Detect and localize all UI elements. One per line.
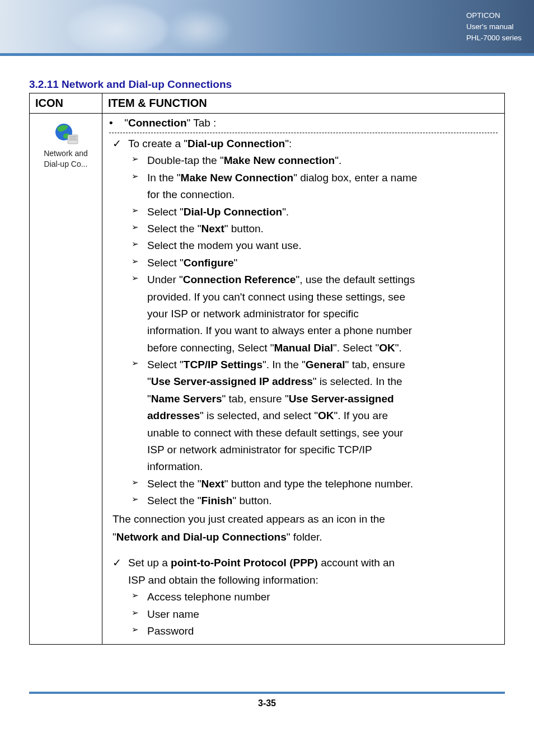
t: OK <box>318 410 334 421</box>
arrow-icon: ➢ <box>132 476 147 492</box>
t: Make New Connection <box>181 172 294 184</box>
cont-line: information. If you want to always enter… <box>110 322 496 339</box>
arrow-icon: ➢ <box>132 237 147 254</box>
t: Make New connection <box>224 154 335 166</box>
arrow-icon: ➢ <box>132 492 147 509</box>
arrow-item: ➢Select the "Finish" button. <box>110 492 496 509</box>
arrow-icon: ➢ <box>132 606 147 623</box>
t: ": <box>285 138 292 149</box>
t: " is selected, and select " <box>200 410 318 421</box>
t: Access telephone number <box>147 589 270 605</box>
arrow-item: ➢Password <box>110 623 496 640</box>
paragraph: The connection you just created appears … <box>110 511 496 528</box>
t: Select the " <box>147 478 202 490</box>
t: Select the "Next" button and type the te… <box>147 476 413 492</box>
t: Under "Connection Reference", use the de… <box>147 271 415 288</box>
t: Select the " <box>147 223 202 234</box>
t: OK <box>379 342 395 354</box>
t: Select the "Next" button. <box>147 220 264 237</box>
t: " folder. <box>287 531 322 543</box>
t: To create a " <box>128 138 188 149</box>
header-decor-blob2 <box>168 10 229 49</box>
t: Next <box>202 478 224 490</box>
t: ". <box>335 154 341 166</box>
table-row: Network and Dial-up Co... • "Connection"… <box>30 114 505 645</box>
t: account with an <box>318 557 395 569</box>
t: " button and type the telephone number. <box>224 478 413 490</box>
cont-line: provided. If you can't connect using the… <box>110 289 496 306</box>
page-content: 3.2.11 Network and Dial-up Connections I… <box>0 56 534 720</box>
t: ". Select " <box>333 342 379 354</box>
t: Manual Dial <box>274 342 333 354</box>
section-title: 3.2.11 Network and Dial-up Connections <box>29 78 505 91</box>
tab-label: Connection <box>128 117 187 129</box>
tab-row: • "Connection" Tab : <box>102 114 504 133</box>
t: Dial-Up Connection <box>184 206 282 218</box>
icon-cell: Network and Dial-up Co... <box>30 114 102 645</box>
t: Select the " <box>147 495 202 506</box>
t: Name Servers <box>151 393 222 405</box>
t: Select the modem you want use. <box>147 237 302 254</box>
network-globe-icon <box>53 121 79 146</box>
bullet-icon: • <box>109 117 121 129</box>
t: Select " <box>147 257 184 269</box>
table-header-row: ICON ITEM & FUNCTION <box>30 93 505 114</box>
check-icon: ✓ <box>113 135 128 152</box>
paragraph: "Network and Dial-up Connections" folder… <box>110 529 496 546</box>
t: ". If you are <box>334 410 388 421</box>
arrow-item: ➢Double-tap the "Make New connection". <box>110 152 496 169</box>
arrow-icon: ➢ <box>132 152 147 169</box>
t: " dialog box, enter a name <box>293 172 417 184</box>
cont-line: before connecting, Select "Manual Dial".… <box>110 340 496 356</box>
cont-line: "Name Servers" tab, ensure "Use Server-a… <box>110 391 496 407</box>
t: Double-tap the "Make New connection". <box>147 152 341 169</box>
t: Password <box>147 623 194 640</box>
arrow-item: ➢User name <box>110 606 496 623</box>
t: Double-tap the " <box>147 154 224 166</box>
header-underline <box>0 53 534 56</box>
arrow-item: ➢Access telephone number <box>110 589 496 605</box>
inner-content: ✓To create a "Dial-up Connection": ➢Doub… <box>102 133 504 644</box>
t: Use Server-assigned <box>289 393 394 405</box>
t: addresses <box>147 410 200 421</box>
arrow-item: ➢Select the modem you want use. <box>110 237 496 254</box>
t: Next <box>202 223 224 234</box>
cont-line: addresses" is selected, and select "OK".… <box>110 407 496 424</box>
arrow-item: ➢Select the "Next" button and type the t… <box>110 476 496 492</box>
tab-post: " Tab : <box>187 117 217 129</box>
t: In the " <box>147 172 181 184</box>
check-item-1: ✓To create a "Dial-up Connection": <box>110 135 496 152</box>
arrow-icon: ➢ <box>132 271 147 288</box>
t: " <box>113 531 116 543</box>
check-item-2: ✓Set up a point-to-Point Protocol (PPP) … <box>110 555 496 571</box>
t: point-to-Point Protocol (PPP) <box>171 557 318 569</box>
page-number: 3-35 <box>258 698 276 708</box>
svg-rect-2 <box>69 136 77 137</box>
t: " button. <box>224 223 264 234</box>
t: " tab, ensure " <box>222 393 289 405</box>
svg-rect-3 <box>69 138 77 139</box>
col-icon-header: ICON <box>30 93 102 114</box>
page-footer: 3-35 <box>29 692 505 708</box>
t: " <box>234 257 238 269</box>
header-decor-blob <box>67 4 168 55</box>
cont-line: ISP and obtain the following information… <box>110 572 496 589</box>
t: Network and Dial-up Connections <box>116 531 287 543</box>
arrow-item: ➢Select "TCP/IP Settings". In the "Gener… <box>110 356 496 373</box>
t: In the "Make New Connection" dialog box,… <box>147 170 417 186</box>
t: User name <box>147 606 199 623</box>
t: Use Server-assigned IP address <box>151 375 313 387</box>
t: TCP/IP Settings <box>184 359 263 370</box>
icon-label-2: Dial-up Co... <box>31 159 101 170</box>
main-table: ICON ITEM & FUNCTION Network and Dial-up… <box>29 93 505 645</box>
t: Finish <box>202 495 233 506</box>
cont-line: information. <box>110 458 496 475</box>
t: Configure <box>184 257 234 269</box>
header-text-block: OPTICON User's manual PHL-7000 series <box>466 10 522 44</box>
t: Dial-up Connection <box>188 138 285 149</box>
cont-line: ISP or network administrator for specifi… <box>110 442 496 458</box>
arrow-icon: ➢ <box>132 220 147 237</box>
icon-label-1: Network and <box>31 148 101 159</box>
cont-line: "Use Server-assigned IP address" is sele… <box>110 373 496 390</box>
t: General <box>306 359 345 370</box>
